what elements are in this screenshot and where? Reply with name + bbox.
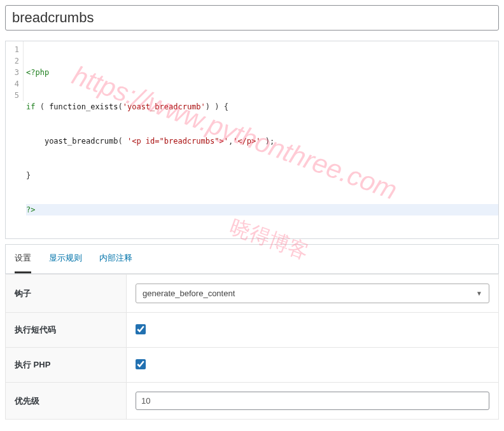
line-number: 3 bbox=[6, 67, 19, 78]
chevron-down-icon: ▼ bbox=[476, 290, 482, 297]
code-token: ) ) { bbox=[206, 102, 228, 111]
settings-form: 钩子 generate_before_content ▼ 执行短代码 执行 PH… bbox=[5, 274, 499, 420]
code-token: '<p id="breadcrumbs">' bbox=[127, 137, 228, 146]
tab-settings[interactable]: 设置 bbox=[15, 252, 31, 273]
code-token: ?> bbox=[26, 205, 35, 214]
code-token: } bbox=[26, 171, 31, 180]
code-token: ); bbox=[261, 137, 275, 146]
code-token: if bbox=[26, 102, 35, 111]
code-token: function_exists bbox=[49, 102, 118, 111]
code-token: yoast_breadcrumb bbox=[45, 137, 118, 146]
tab-display-rules[interactable]: 显示规则 bbox=[49, 252, 82, 271]
line-number: 2 bbox=[6, 55, 19, 67]
code-token: ( bbox=[118, 137, 127, 146]
line-gutter: 1 2 3 4 5 bbox=[6, 41, 24, 101]
code-token: <?php bbox=[26, 68, 49, 77]
line-number: 5 bbox=[6, 90, 19, 101]
priority-input[interactable] bbox=[136, 392, 489, 410]
code-editor[interactable]: 1 2 3 4 5 <?php if ( function_exists('yo… bbox=[5, 41, 499, 239]
hook-select[interactable]: generate_before_content ▼ bbox=[136, 284, 489, 303]
hook-label: 钩子 bbox=[6, 275, 127, 313]
code-token bbox=[26, 137, 45, 146]
tab-internal-notes[interactable]: 内部注释 bbox=[99, 252, 132, 271]
php-label: 执行 PHP bbox=[6, 348, 127, 383]
title-input[interactable] bbox=[5, 5, 499, 31]
code-token: 'yoast_breadcrumb' bbox=[123, 102, 206, 111]
line-number: 1 bbox=[6, 44, 19, 55]
code-token: ( bbox=[118, 102, 123, 111]
execute-shortcode-checkbox[interactable] bbox=[136, 324, 146, 334]
execute-php-checkbox[interactable] bbox=[136, 359, 146, 369]
shortcode-label: 执行短代码 bbox=[6, 313, 127, 348]
code-token: ( bbox=[35, 102, 49, 111]
priority-label: 优先级 bbox=[6, 383, 127, 420]
code-area[interactable]: <?php if ( function_exists('yoast_breadc… bbox=[24, 41, 498, 238]
line-number: 4 bbox=[6, 78, 19, 90]
code-token: '</p>' bbox=[233, 137, 260, 146]
hook-selected-value: generate_before_content bbox=[143, 289, 235, 298]
settings-tabs: 设置 显示规则 内部注释 bbox=[5, 244, 499, 274]
